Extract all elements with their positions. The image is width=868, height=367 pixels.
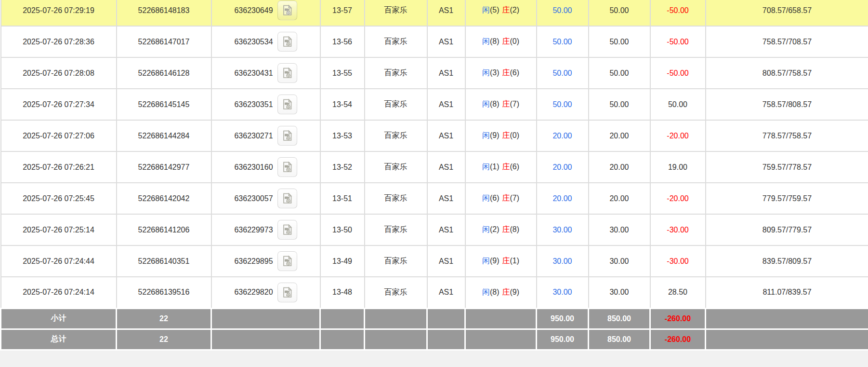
winloss-cell: -30.00 bbox=[650, 245, 706, 277]
session-cell: 13-53 bbox=[320, 120, 365, 151]
table-cell: AS1 bbox=[427, 151, 465, 183]
time-cell: 2025-07-26 07:27:34 bbox=[1, 89, 117, 120]
bet-record-row[interactable]: 2025-07-26 07:25:45 522686142042 6362300… bbox=[1, 183, 868, 214]
round-id: 636230271 bbox=[234, 132, 273, 140]
bet-record-row[interactable]: 2025-07-26 07:28:36 522686147017 6362305… bbox=[1, 26, 868, 57]
banker-label: 庄 bbox=[502, 225, 510, 233]
table-cell: AS1 bbox=[427, 214, 465, 245]
video-replay-button[interactable] bbox=[277, 251, 297, 271]
table-cell: AS1 bbox=[427, 245, 465, 277]
round-id: 636230649 bbox=[234, 6, 273, 15]
bet-record-row[interactable]: 2025-07-26 07:24:44 522686140351 6362298… bbox=[1, 245, 868, 277]
video-replay-button[interactable] bbox=[277, 189, 297, 208]
result-cell: 闲(9)庄(1) bbox=[465, 245, 537, 277]
winloss-cell: -50.00 bbox=[650, 0, 706, 26]
session-cell: 13-55 bbox=[320, 57, 365, 89]
table-cell: AS1 bbox=[427, 277, 465, 308]
winloss-cell: -20.00 bbox=[650, 183, 706, 214]
player-label: 闲 bbox=[482, 131, 490, 139]
round-id: 636229973 bbox=[234, 226, 273, 234]
bet-id-cell: 522686144284 bbox=[117, 120, 211, 151]
balance-cell: 779.57/759.57 bbox=[706, 183, 868, 214]
round-id: 636230351 bbox=[234, 100, 273, 109]
bet-record-row[interactable]: 2025-07-26 07:27:34 522686145145 6362303… bbox=[1, 89, 868, 120]
session-cell: 13-54 bbox=[320, 89, 365, 120]
game-cell: 百家乐 bbox=[365, 120, 427, 151]
session-cell: 13-48 bbox=[320, 277, 365, 308]
bet-record-row[interactable]: 2025-07-26 07:27:06 522686144284 6362302… bbox=[1, 120, 868, 151]
round-id-cell: 636230534 bbox=[211, 26, 320, 57]
bet-history-viewport: 2025-07-26 07:29:19 522686148183 6362306… bbox=[0, 0, 868, 367]
winloss-cell: 19.00 bbox=[650, 151, 706, 183]
player-score: (8) bbox=[490, 37, 500, 45]
empty-cell bbox=[365, 308, 427, 329]
bet-id-cell: 522686140351 bbox=[117, 245, 211, 277]
bet-id-cell: 522686148183 bbox=[117, 0, 211, 26]
session-cell: 13-52 bbox=[320, 151, 365, 183]
subtotal-count: 22 bbox=[117, 308, 211, 329]
session-cell: 13-51 bbox=[320, 183, 365, 214]
bet-record-row[interactable]: 2025-07-26 07:26:21 522686142977 6362301… bbox=[1, 151, 868, 183]
balance-cell: 811.07/839.57 bbox=[706, 277, 868, 308]
empty-cell bbox=[427, 308, 465, 329]
bet-records-table: 2025-07-26 07:29:19 522686148183 6362306… bbox=[0, 0, 868, 351]
player-label: 闲 bbox=[482, 225, 490, 233]
balance-cell: 708.57/658.57 bbox=[706, 0, 868, 26]
player-label: 闲 bbox=[482, 194, 490, 202]
bet-record-row[interactable]: 2025-07-26 07:25:14 522686141206 6362299… bbox=[1, 214, 868, 245]
bet-amount-cell: 20.00 bbox=[537, 151, 589, 183]
video-replay-button[interactable] bbox=[277, 220, 297, 240]
bet-id-cell: 522686139516 bbox=[117, 277, 211, 308]
video-replay-button[interactable] bbox=[277, 63, 297, 83]
valid-amount-cell: 20.00 bbox=[589, 151, 650, 183]
valid-amount-cell: 30.00 bbox=[589, 214, 650, 245]
bet-id-cell: 522686146128 bbox=[117, 57, 211, 89]
bet-record-row[interactable]: 2025-07-26 07:24:14 522686139516 6362298… bbox=[1, 277, 868, 308]
empty-cell bbox=[211, 329, 320, 350]
banker-label: 庄 bbox=[502, 100, 510, 108]
table-cell: AS1 bbox=[427, 120, 465, 151]
balance-cell: 839.57/809.57 bbox=[706, 245, 868, 277]
result-cell: 闲(5)庄(2) bbox=[465, 0, 537, 26]
empty-cell bbox=[320, 329, 365, 350]
result-cell: 闲(2)庄(8) bbox=[465, 214, 537, 245]
video-record-file-icon bbox=[281, 255, 294, 268]
banker-label: 庄 bbox=[502, 6, 510, 14]
game-cell: 百家乐 bbox=[365, 183, 427, 214]
balance-cell: 778.57/758.57 bbox=[706, 120, 868, 151]
video-replay-button[interactable] bbox=[277, 0, 297, 20]
banker-label: 庄 bbox=[502, 257, 510, 265]
player-label: 闲 bbox=[482, 288, 490, 296]
video-replay-button[interactable] bbox=[277, 95, 297, 114]
bet-record-row[interactable]: 2025-07-26 07:29:19 522686148183 6362306… bbox=[1, 0, 868, 26]
video-replay-button[interactable] bbox=[277, 32, 297, 52]
video-record-file-icon bbox=[281, 98, 294, 111]
player-score: (8) bbox=[490, 100, 500, 108]
video-record-file-icon bbox=[281, 129, 294, 142]
subtotal-bet-amount: 950.00 bbox=[537, 308, 589, 329]
table-cell: AS1 bbox=[427, 89, 465, 120]
time-cell: 2025-07-26 07:28:08 bbox=[1, 57, 117, 89]
bet-record-row[interactable]: 2025-07-26 07:28:08 522686146128 6362304… bbox=[1, 57, 868, 89]
bet-id-cell: 522686142977 bbox=[117, 151, 211, 183]
banker-label: 庄 bbox=[502, 68, 510, 77]
table-cell: AS1 bbox=[427, 57, 465, 89]
video-record-file-icon bbox=[281, 4, 294, 17]
video-replay-button[interactable] bbox=[277, 283, 297, 302]
player-label: 闲 bbox=[482, 68, 490, 77]
empty-cell bbox=[320, 308, 365, 329]
bet-amount-cell: 50.00 bbox=[537, 0, 589, 26]
valid-amount-cell: 50.00 bbox=[589, 26, 650, 57]
video-record-file-icon bbox=[281, 161, 294, 174]
video-record-file-icon bbox=[281, 286, 294, 299]
video-replay-button[interactable] bbox=[277, 157, 297, 177]
game-cell: 百家乐 bbox=[365, 151, 427, 183]
grand-total-count: 22 bbox=[117, 329, 211, 350]
game-cell: 百家乐 bbox=[365, 57, 427, 89]
time-cell: 2025-07-26 07:24:14 bbox=[1, 277, 117, 308]
player-score: (5) bbox=[490, 6, 500, 14]
video-replay-button[interactable] bbox=[277, 126, 297, 146]
summary-footer: 小计 22 950.00 850.00 -260.00 总计 22 bbox=[1, 308, 868, 350]
video-record-file-icon bbox=[281, 35, 294, 48]
result-cell: 闲(9)庄(0) bbox=[465, 120, 537, 151]
